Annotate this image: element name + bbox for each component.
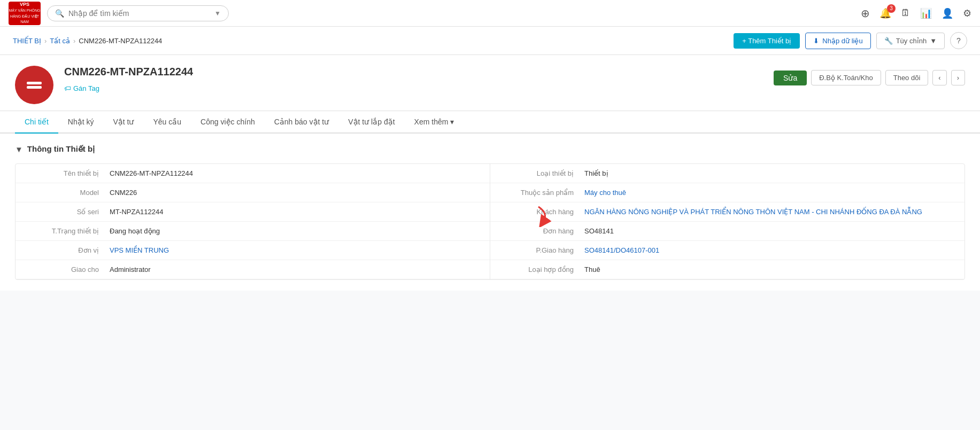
breadcrumb: THIẾT BỊ › Tất cả › CNM226-MT-NPZA112244 bbox=[13, 37, 162, 45]
tab-chi-tiet[interactable]: Chi tiết bbox=[15, 111, 58, 134]
value-loai-thiet-bi: Thiết bị bbox=[584, 169, 956, 177]
field-khach-hang: Khách hàng NGÂN HÀNG NÔNG NGHIỆP VÀ PHÁT… bbox=[490, 202, 964, 222]
breadcrumb-bar: THIẾT BỊ › Tất cả › CNM226-MT-NPZA112244… bbox=[0, 27, 980, 55]
device-header: CNM226-MT-NPZA112244 🏷 Gán Tag Sửa Đ.Bộ … bbox=[0, 55, 980, 111]
breadcrumb-actions: + Thêm Thiết bị ⬇ Nhập dữ liệu 🔧 Tùy chỉ… bbox=[734, 32, 967, 49]
value-pgiao-hang[interactable]: SO48141/DO46107-001 bbox=[584, 246, 956, 254]
label-khach-hang: Khách hàng bbox=[499, 208, 584, 216]
breadcrumb-sep-2: › bbox=[73, 37, 75, 45]
logo-area: VPSMÁY VĂN PHÒNGHÀNG ĐẦU VIỆT NAM bbox=[9, 2, 41, 25]
sua-button[interactable]: Sửa bbox=[774, 71, 807, 85]
main-content: CNM226-MT-NPZA112244 🏷 Gán Tag Sửa Đ.Bộ … bbox=[0, 55, 980, 291]
field-trang-thai: T.Trạng thiết bị Đang hoạt động bbox=[16, 222, 490, 241]
value-don-vi[interactable]: VPS MIỀN TRUNG bbox=[110, 246, 481, 254]
value-thuoc-san-pham[interactable]: Máy cho thuê bbox=[584, 189, 956, 197]
label-ten-thiet-bi: Tên thiết bị bbox=[24, 169, 110, 177]
theodoi-button[interactable]: Theo dõi bbox=[885, 70, 929, 85]
tab-cong-viec-chinh[interactable]: Công việc chính bbox=[191, 111, 265, 134]
prev-button[interactable]: ‹ bbox=[932, 70, 946, 85]
device-avatar bbox=[15, 66, 53, 104]
bell-icon[interactable]: 🔔 3 bbox=[879, 7, 891, 19]
nav-left: VPSMÁY VĂN PHÒNGHÀNG ĐẦU VIỆT NAM 🔍 ▼ bbox=[9, 2, 229, 25]
label-loai-thiet-bi: Loại thiết bị bbox=[499, 169, 584, 177]
field-thuoc-san-pham: Thuộc sản phẩm Máy cho thuê bbox=[490, 183, 964, 202]
label-loai-hop-dong: Loại hợp đồng bbox=[499, 265, 584, 273]
value-ten-thiet-bi: CNM226-MT-NPZA112244 bbox=[110, 169, 481, 177]
chevron-down-icon: ▼ bbox=[214, 10, 221, 17]
field-loai-hop-dong: Loại hợp đồng Thuê bbox=[490, 260, 964, 279]
logo-box: VPSMÁY VĂN PHÒNGHÀNG ĐẦU VIỆT NAM bbox=[9, 2, 41, 25]
bell-badge: 3 bbox=[887, 4, 896, 13]
section-title: ▼ Thông tin Thiết bị bbox=[15, 144, 965, 154]
value-khach-hang[interactable]: NGÂN HÀNG NÔNG NGHIỆP VÀ PHÁT TRIỂN NÔNG… bbox=[584, 208, 956, 216]
dbo-button[interactable]: Đ.Bộ K.Toán/Kho bbox=[811, 70, 881, 85]
section-toggle-icon[interactable]: ▼ bbox=[15, 145, 23, 154]
nav-right: ⊕ 🔔 3 🗓 📊 👤 ⚙ bbox=[861, 7, 971, 20]
settings-icon[interactable]: ⚙ bbox=[963, 7, 971, 19]
top-nav: VPSMÁY VĂN PHÒNGHÀNG ĐẦU VIỆT NAM 🔍 ▼ ⊕ … bbox=[0, 0, 980, 27]
label-thuoc-san-pham: Thuộc sản phẩm bbox=[499, 189, 584, 197]
device-info: CNM226-MT-NPZA112244 🏷 Gán Tag bbox=[15, 66, 193, 104]
value-loai-hop-dong: Thuê bbox=[584, 265, 956, 273]
fields-left: Tên thiết bị CNM226-MT-NPZA112244 Model … bbox=[16, 164, 490, 279]
add-icon[interactable]: ⊕ bbox=[861, 7, 870, 20]
label-trang-thai: T.Trạng thiết bị bbox=[24, 227, 110, 235]
field-don-vi: Đơn vị VPS MIỀN TRUNG bbox=[16, 241, 490, 260]
tab-xem-them[interactable]: Xem thêm ▾ bbox=[405, 111, 464, 134]
label-so-seri: Số seri bbox=[24, 208, 110, 216]
avatar-icon bbox=[27, 82, 42, 89]
thong-tin-section: ▼ Thông tin Thiết bị Tên thiết bị CNM226… bbox=[0, 134, 980, 291]
search-icon: 🔍 bbox=[55, 9, 64, 18]
add-thietbi-button[interactable]: + Thêm Thiết bị bbox=[734, 33, 800, 49]
device-title-area: CNM226-MT-NPZA112244 🏷 Gán Tag bbox=[64, 66, 193, 92]
label-giao-cho: Giao cho bbox=[24, 265, 110, 273]
tab-yeu-cau[interactable]: Yêu cầu bbox=[144, 111, 191, 134]
tabs-bar: Chi tiết Nhật ký Vật tư Yêu cầu Công việ… bbox=[0, 111, 980, 134]
value-giao-cho: Administrator bbox=[110, 265, 481, 273]
search-input[interactable] bbox=[68, 9, 210, 18]
user-icon[interactable]: 👤 bbox=[942, 7, 953, 19]
tab-nhat-ky[interactable]: Nhật ký bbox=[58, 111, 104, 134]
value-trang-thai: Đang hoạt động bbox=[110, 227, 481, 235]
value-model: CNM226 bbox=[110, 189, 481, 197]
field-loai-thiet-bi: Loại thiết bị Thiết bị bbox=[490, 164, 964, 183]
label-don-hang: Đơn hàng bbox=[499, 227, 584, 235]
field-don-hang: Đơn hàng SO48141 bbox=[490, 222, 964, 241]
breadcrumb-sep-1: › bbox=[44, 37, 47, 45]
label-pgiao-hang: P.Giao hàng bbox=[499, 246, 584, 254]
value-don-hang: SO48141 bbox=[584, 227, 956, 235]
value-so48141[interactable]: SO48141 bbox=[584, 227, 614, 235]
tab-vat-tu-lap-dat[interactable]: Vật tư lắp đặt bbox=[338, 111, 404, 134]
device-actions: Sửa Đ.Bộ K.Toán/Kho Theo dõi ‹ › bbox=[774, 70, 965, 85]
wrench-icon: 🔧 bbox=[884, 37, 893, 45]
label-don-vi: Đơn vị bbox=[24, 246, 110, 254]
breadcrumb-current: CNM226-MT-NPZA112244 bbox=[79, 37, 162, 45]
help-button[interactable]: ? bbox=[950, 32, 967, 49]
calendar-icon[interactable]: 🗓 bbox=[901, 7, 910, 19]
chevron-custom-icon: ▼ bbox=[930, 37, 937, 45]
breadcrumb-level1[interactable]: Tất cả bbox=[50, 37, 70, 45]
status-badge: Đang hoạt động bbox=[110, 227, 160, 235]
next-button[interactable]: › bbox=[951, 70, 965, 85]
field-model: Model CNM226 bbox=[16, 183, 490, 202]
custom-button[interactable]: 🔧 Tùy chỉnh ▼ bbox=[876, 33, 945, 49]
tag-button[interactable]: 🏷 Gán Tag bbox=[64, 84, 193, 92]
fields-right: Loại thiết bị Thiết bị Thuộc sản phẩm Má… bbox=[490, 164, 964, 279]
label-model: Model bbox=[24, 189, 110, 197]
device-title: CNM226-MT-NPZA112244 bbox=[64, 66, 193, 78]
tab-canh-bao-vat-tu[interactable]: Cảnh báo vật tư bbox=[265, 111, 339, 134]
fields-container: Tên thiết bị CNM226-MT-NPZA112244 Model … bbox=[15, 163, 965, 280]
tag-icon: 🏷 bbox=[64, 84, 71, 92]
chart-icon[interactable]: 📊 bbox=[920, 7, 932, 19]
value-so-seri: MT-NPZA112244 bbox=[110, 208, 481, 216]
logo-text: VPSMÁY VĂN PHÒNGHÀNG ĐẦU VIỆT NAM bbox=[9, 2, 41, 25]
field-so-seri: Số seri MT-NPZA112244 bbox=[16, 202, 490, 222]
download-icon: ⬇ bbox=[813, 37, 819, 45]
field-giao-cho: Giao cho Administrator bbox=[16, 260, 490, 279]
field-ten-thiet-bi: Tên thiết bị CNM226-MT-NPZA112244 bbox=[16, 164, 490, 183]
breadcrumb-root[interactable]: THIẾT BỊ bbox=[13, 37, 41, 45]
tab-vat-tu[interactable]: Vật tư bbox=[103, 111, 143, 134]
search-bar[interactable]: 🔍 ▼ bbox=[47, 5, 229, 21]
import-button[interactable]: ⬇ Nhập dữ liệu bbox=[805, 33, 870, 49]
field-pgiao-hang: P.Giao hàng SO48141/DO46107-001 bbox=[490, 241, 964, 260]
